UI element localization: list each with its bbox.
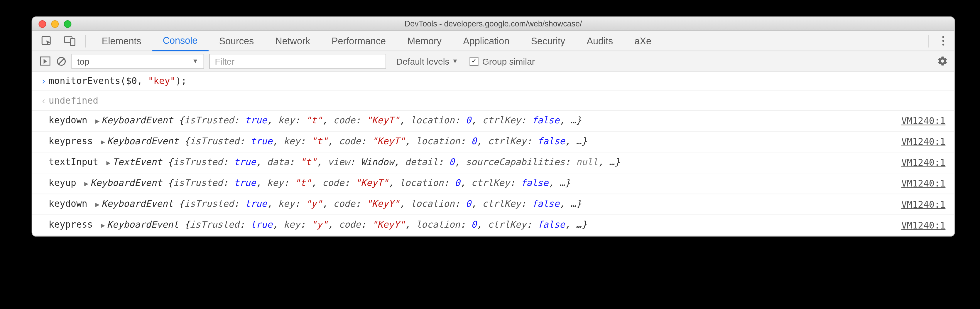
tab-elements[interactable]: Elements: [91, 30, 152, 51]
tab-axe[interactable]: aXe: [624, 30, 662, 51]
console-log-row[interactable]: keypress ▶KeyboardEvent {isTrusted: true…: [32, 215, 955, 236]
log-content: textInput ▶TextEvent {isTrusted: true, d…: [49, 155, 901, 170]
console-log-row[interactable]: keydown ▶KeyboardEvent {isTrusted: true,…: [32, 111, 955, 131]
event-type-label: keydown: [49, 199, 93, 208]
svg-line-5: [58, 58, 64, 64]
execute-icon[interactable]: [40, 56, 51, 66]
disclosure-triangle-icon[interactable]: ▶: [98, 138, 107, 146]
log-content: keyup ▶KeyboardEvent {isTrusted: true, k…: [49, 176, 901, 191]
titlebar[interactable]: DevTools - developers.google.com/web/sho…: [32, 17, 955, 31]
console-input-text: monitorEvents($0, "key");: [49, 74, 946, 88]
event-type-label: keyup: [49, 178, 82, 188]
event-type-label: keypress: [49, 136, 98, 146]
source-link[interactable]: VM1240:1: [901, 135, 945, 149]
log-levels-selector[interactable]: Default levels ▼: [391, 56, 458, 66]
event-type-label: keypress: [49, 219, 98, 229]
console-log-row[interactable]: keypress ▶KeyboardEvent {isTrusted: true…: [32, 131, 955, 152]
tab-memory[interactable]: Memory: [397, 30, 452, 51]
console-return-row: ‹ undefined: [32, 91, 955, 111]
console-input-row[interactable]: › monitorEvents($0, "key");: [32, 71, 955, 91]
log-content: keypress ▶KeyboardEvent {isTrusted: true…: [49, 218, 901, 233]
tab-sources[interactable]: Sources: [208, 30, 265, 51]
object-class-name: TextEvent: [112, 157, 167, 167]
object-class-name: KeyboardEvent: [107, 136, 184, 146]
checkbox-checked-icon: ✓: [469, 57, 478, 66]
console-return-value: undefined: [49, 94, 946, 107]
clear-console-icon[interactable]: [56, 56, 66, 66]
group-similar-toggle[interactable]: ✓ Group similar: [463, 56, 535, 66]
tab-application[interactable]: Application: [452, 30, 520, 51]
disclosure-triangle-icon[interactable]: ▶: [93, 201, 101, 209]
log-levels-label: Default levels: [396, 56, 450, 66]
source-link[interactable]: VM1240:1: [901, 114, 945, 128]
tab-console[interactable]: Console: [152, 30, 208, 51]
console-log-row[interactable]: keydown ▶KeyboardEvent {isTrusted: true,…: [32, 194, 955, 215]
object-class-name: KeyboardEvent: [107, 219, 184, 229]
tab-performance[interactable]: Performance: [321, 30, 396, 51]
console-toolbar: top ▼ Default levels ▼ ✓ Group similar: [32, 51, 955, 71]
more-menu-button[interactable]: [937, 36, 949, 45]
tab-security[interactable]: Security: [520, 30, 576, 51]
inspect-element-icon[interactable]: [41, 35, 52, 47]
context-selector[interactable]: top ▼: [71, 53, 204, 69]
event-type-label: keydown: [49, 115, 93, 125]
disclosure-triangle-icon[interactable]: ▶: [93, 117, 101, 125]
return-icon: ‹: [38, 94, 48, 107]
source-link[interactable]: VM1240:1: [901, 176, 945, 191]
separator: [928, 34, 929, 47]
object-class-name: KeyboardEvent: [91, 178, 167, 188]
event-type-label: textInput: [49, 157, 104, 167]
log-content: keydown ▶KeyboardEvent {isTrusted: true,…: [49, 197, 901, 212]
log-content: keypress ▶KeyboardEvent {isTrusted: true…: [49, 134, 901, 149]
device-toolbar-icon[interactable]: [64, 35, 76, 47]
context-selector-value: top: [77, 56, 89, 66]
filter-input[interactable]: [209, 53, 386, 69]
disclosure-triangle-icon[interactable]: ▶: [104, 159, 112, 167]
log-content: keydown ▶KeyboardEvent {isTrusted: true,…: [49, 114, 901, 129]
source-link[interactable]: VM1240:1: [901, 218, 945, 232]
devtools-window: DevTools - developers.google.com/web/sho…: [32, 16, 955, 237]
group-similar-label: Group similar: [482, 56, 535, 66]
tab-network[interactable]: Network: [265, 30, 321, 51]
svg-rect-2: [70, 38, 75, 45]
chevron-down-icon: ▼: [192, 58, 198, 65]
chevron-down-icon: ▼: [452, 58, 458, 65]
panel-tabs: ElementsConsoleSourcesNetworkPerformance…: [32, 31, 955, 51]
separator: [85, 34, 86, 47]
tab-audits[interactable]: Audits: [576, 30, 624, 51]
settings-icon[interactable]: [937, 56, 948, 67]
object-class-name: KeyboardEvent: [102, 199, 179, 208]
disclosure-triangle-icon[interactable]: ▶: [82, 180, 91, 188]
svg-rect-0: [42, 36, 50, 44]
disclosure-triangle-icon[interactable]: ▶: [98, 221, 107, 230]
source-link[interactable]: VM1240:1: [901, 156, 945, 170]
object-class-name: KeyboardEvent: [102, 115, 179, 125]
console-output: › monitorEvents($0, "key"); ‹ undefined …: [32, 71, 955, 236]
console-log-row[interactable]: keyup ▶KeyboardEvent {isTrusted: true, k…: [32, 173, 955, 194]
source-link[interactable]: VM1240:1: [901, 197, 945, 211]
window-title: DevTools - developers.google.com/web/sho…: [32, 17, 955, 30]
console-log-row[interactable]: textInput ▶TextEvent {isTrusted: true, d…: [32, 152, 955, 173]
prompt-icon: ›: [38, 74, 48, 88]
